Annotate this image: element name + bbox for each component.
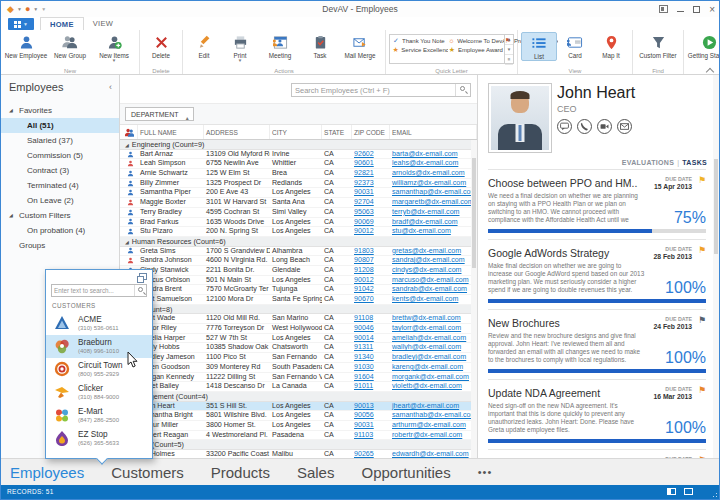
tab-evaluations[interactable]: EVALUATIONS: [622, 159, 674, 166]
cell-email-link[interactable]: samanthab@dx-email.com: [390, 411, 477, 420]
new-group-button[interactable]: New Group: [48, 32, 92, 59]
detail-scrollbar[interactable]: [713, 75, 719, 458]
gallery-down-icon[interactable]: ▼: [505, 45, 513, 55]
print-button[interactable]: Print▼: [222, 32, 258, 63]
ribbon-tab-view[interactable]: VIEW: [84, 17, 122, 30]
tab-tasks[interactable]: TASKS: [682, 159, 707, 166]
skin-icon[interactable]: ◆: [7, 5, 14, 14]
sidebar-item-groups[interactable]: Groups: [1, 238, 119, 253]
column-header-state[interactable]: STATE: [322, 125, 352, 139]
popup-search-button[interactable]: [134, 285, 146, 296]
cell-zip-link[interactable]: 91311: [352, 343, 390, 352]
cell-email-link[interactable]: marcuso@dx-email.com: [390, 276, 477, 285]
cell-zip-link[interactable]: 92704: [352, 198, 390, 207]
table-row[interactable]: Brett Wade1120 Old Mill Rd.San MarinoCA9…: [120, 314, 477, 324]
cell-zip-link[interactable]: 90012: [352, 276, 390, 285]
map-it-button[interactable]: Map It: [593, 32, 629, 59]
table-row[interactable]: Amelia Harper527 W 7th StLos AngelesCA90…: [120, 334, 477, 344]
popup-search-input[interactable]: [54, 285, 134, 296]
video-button[interactable]: [597, 119, 612, 134]
delete-button[interactable]: Delete: [143, 32, 179, 59]
employee-award-item[interactable]: ★Employee Award: [448, 45, 504, 54]
cell-email-link[interactable]: stu@dx-email.com: [390, 227, 477, 236]
cell-zip-link[interactable]: 90031: [352, 421, 390, 430]
column-header-city[interactable]: CITY: [270, 125, 322, 139]
expander-icon[interactable]: ◢: [125, 142, 129, 148]
module-tab-sales[interactable]: Sales: [297, 464, 335, 481]
task-card-1[interactable]: Choose between PPO and HM...DUE DATE15 A…: [488, 169, 706, 239]
cell-zip-link[interactable]: 90014: [352, 334, 390, 343]
mail-button[interactable]: [617, 119, 632, 134]
new-employee-button[interactable]: New Employee: [4, 32, 48, 59]
module-tab-more[interactable]: •••: [478, 466, 493, 478]
expander-icon[interactable]: ◢: [9, 103, 13, 118]
cell-zip-link[interactable]: 90013: [352, 402, 390, 411]
group-row-sales-count-5-[interactable]: ◢Sales (Count=5): [120, 440, 477, 450]
sidebar-item-salaried-37-[interactable]: Salaried (37): [1, 133, 119, 148]
sidebar-item-contract-3-[interactable]: Contract (3): [1, 163, 119, 178]
sidebar-item-commission-5-[interactable]: Commission (5): [1, 148, 119, 163]
qat-customize-icon[interactable]: ▼: [41, 6, 46, 12]
module-tab-customers[interactable]: Customers: [111, 464, 184, 481]
cell-zip-link[interactable]: 91103: [352, 431, 390, 440]
cell-email-link[interactable]: robertr@dx-email.com: [390, 431, 477, 440]
cell-email-link[interactable]: kents@dx-email.com: [390, 295, 477, 304]
customer-item-ez-stop[interactable]: EZ Stop(626) 365-5633: [46, 427, 152, 450]
cell-zip-link[interactable]: 91108: [352, 314, 390, 323]
sidebar-item-all-51-[interactable]: All (51): [1, 118, 119, 133]
cell-email-link[interactable]: bradf@dx-email.com: [390, 218, 477, 227]
cell-zip-link[interactable]: 91340: [352, 353, 390, 362]
cell-email-link[interactable]: arnolds@dx-email.com: [390, 169, 477, 178]
sidebar-item-on-probation-4-[interactable]: On probation (4): [1, 223, 119, 238]
palette-dropdown-icon[interactable]: ▼: [33, 6, 38, 12]
app-menu-button[interactable]: ▼: [8, 18, 34, 30]
edit-button[interactable]: Edit: [186, 32, 222, 59]
expander-icon[interactable]: ◢: [9, 208, 13, 223]
cell-zip-link[interactable]: 90012: [352, 227, 390, 236]
grid-scrollbar[interactable]: [471, 140, 477, 458]
chat-button[interactable]: [557, 119, 572, 134]
cell-email-link[interactable]: sandraj@dx-email.com: [390, 256, 477, 265]
customer-item-clicker[interactable]: Clicker(310) 884-9000: [46, 381, 152, 404]
gallery-more-icon[interactable]: ≡: [505, 55, 513, 65]
table-row[interactable]: Karen Goodson309 Monterey RdSouth Pasade…: [120, 363, 477, 373]
cell-email-link[interactable]: cindys@dx-email.com: [390, 266, 477, 275]
task-card-4[interactable]: Update NDA AgreementDUE DATE16 Mar 2013⚑…: [488, 379, 706, 449]
cell-email-link[interactable]: terryb@dx-email.com: [390, 208, 477, 217]
layout-full-icon[interactable]: [684, 488, 693, 495]
gallery-up-icon[interactable]: ▲: [505, 35, 513, 45]
skin-dropdown-icon[interactable]: ▼: [17, 6, 22, 12]
cell-email-link[interactable]: brettw@dx-email.com: [390, 314, 477, 323]
group-row-it-count-8-[interactable]: ◢IT (Count=8): [120, 305, 477, 315]
cell-email-link[interactable]: barta@dx-email.com: [390, 150, 477, 159]
table-row[interactable]: John Heart351 S Hill St.Los AngelesCA900…: [120, 402, 477, 412]
column-header-full-name[interactable]: FULL NAME: [138, 125, 204, 139]
table-row[interactable]: Morgan Kennedy11222 Dilling StSan Fernan…: [120, 373, 477, 383]
cell-zip-link[interactable]: 90601: [352, 159, 390, 168]
cell-email-link[interactable]: kareng@dx-email.com: [390, 363, 477, 372]
meeting-button[interactable]: Meeting: [258, 32, 302, 59]
cell-zip-link[interactable]: 91803: [352, 247, 390, 256]
task-card-5[interactable]: DUE DATE⚑: [488, 449, 706, 458]
task-button[interactable]: Task: [302, 32, 338, 59]
ribbon-tab-home[interactable]: HOME: [40, 17, 84, 30]
module-tab-employees[interactable]: Employees: [10, 464, 84, 481]
column-header-email[interactable]: EMAIL: [390, 125, 477, 139]
table-row[interactable]: Marcus Orbison501 N Main StLos AngelesCA…: [120, 276, 477, 286]
group-row-human-resources-count-6-[interactable]: ◢Human Resources (Count=6): [120, 237, 477, 247]
table-row[interactable]: Maggie Boxter3101 W Harvard StSanta AnaC…: [120, 198, 477, 208]
cell-zip-link[interactable]: 90046: [352, 324, 390, 333]
cell-zip-link[interactable]: 90031: [352, 188, 390, 197]
cell-zip-link[interactable]: 92602: [352, 150, 390, 159]
palette-icon[interactable]: ●: [25, 5, 30, 14]
table-row[interactable]: Ed Holmes33200 Pacific Coast HwyMalibuCA…: [120, 450, 477, 458]
cell-email-link[interactable]: bradleyj@dx-email.com: [390, 353, 477, 362]
cell-zip-link[interactable]: 90265: [352, 450, 390, 458]
cell-email-link[interactable]: wallyh@dx-email.com: [390, 343, 477, 352]
cell-zip-link[interactable]: 90056: [352, 411, 390, 420]
table-row[interactable]: Kent Samuelson12100 Mora DrSanta Fe Spri…: [120, 295, 477, 305]
table-row[interactable]: Leah Simpson6755 Newlin AveWhittierCA906…: [120, 159, 477, 169]
collapse-ribbon-icon[interactable]: [707, 67, 713, 71]
cell-zip-link[interactable]: 92373: [352, 179, 390, 188]
table-row[interactable]: Samantha Piper200 E Ave 43Los AngelesCA9…: [120, 188, 477, 198]
